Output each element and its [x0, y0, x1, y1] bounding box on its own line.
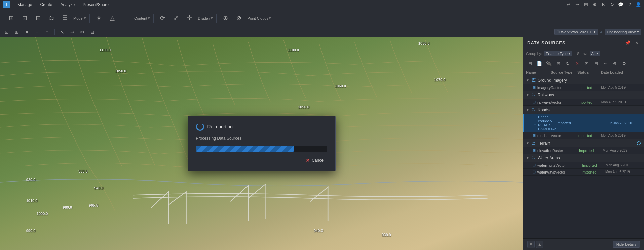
table-btn[interactable]: ⊟	[32, 14, 44, 23]
model-dropdown[interactable]: Model ▾	[72, 15, 87, 21]
scroll-down-btn[interactable]: ▼	[527, 241, 535, 248]
group-roads[interactable]: ▼ 🗂 Roads	[523, 106, 644, 114]
view-tool-4[interactable]: ↔	[33, 28, 41, 36]
roads-source-type: Vector	[551, 134, 577, 138]
elev-1050-b: 1050.0	[298, 105, 309, 109]
roads-label: Roads	[538, 107, 641, 112]
viewport-bg: 1100.0 1050.0 1060.0 1070.0 1050.0 1040.…	[0, 37, 523, 250]
add-file-btn[interactable]: 📄	[535, 59, 543, 67]
pan-tool[interactable]: ⊟	[88, 28, 97, 36]
redo-icon[interactable]: ↪	[574, 2, 580, 8]
analysis-btn1[interactable]: ⊕	[219, 14, 232, 23]
display-btn2[interactable]: △	[106, 14, 119, 23]
view-bar-right: ⊞ Workflows_2021_0 ▾ A Engineering View …	[554, 29, 641, 35]
help-icon[interactable]: ?	[627, 2, 633, 8]
connect-btn[interactable]: 🔌	[545, 59, 553, 67]
user-avatar[interactable]: 👤	[635, 2, 641, 8]
display-btn1[interactable]: ◈	[92, 14, 105, 23]
hide-details-button[interactable]: Hide Details	[613, 241, 640, 248]
analysis-icon2: ⊘	[236, 15, 241, 21]
show-selector[interactable]: All ▾	[590, 51, 600, 56]
remove-btn[interactable]: ✕	[573, 59, 581, 67]
model-button[interactable]: ⊞	[5, 14, 17, 23]
undo-icon[interactable]: ↩	[565, 2, 571, 8]
list-item[interactable]: ⊟ roads Vector Imported Mon Aug 5 2019	[523, 132, 644, 139]
panel-pin-icon[interactable]: 📌	[623, 40, 632, 46]
view-tool-1[interactable]: ⊡	[3, 28, 11, 36]
view-tool-2[interactable]: ⊞	[13, 28, 21, 36]
engineering-selector[interactable]: Engineering View ▾	[605, 29, 641, 35]
col-date: Date Loaded	[601, 70, 641, 74]
layers-btn[interactable]: 🗂	[45, 14, 58, 23]
settings-icon[interactable]: ⚙	[592, 2, 598, 8]
model-dropdown-arrow: ▾	[84, 16, 86, 20]
panel-icon-toolbar: ⊞ 📄 🔌 ⊟ ↻ ✕ ⊡ ⊟ ✏ ⊕ ⚙	[523, 58, 644, 69]
analysis-btn2[interactable]: ⊘	[233, 14, 245, 23]
group-terrain[interactable]: ▼ 🗂 Terrain	[523, 139, 644, 147]
menu-manage[interactable]: Manage	[13, 2, 36, 8]
list-item[interactable]: ⊟ railways Vector Imported Mon Aug 5 201…	[523, 99, 644, 106]
imagery-date: Mon Aug 5 2019	[601, 86, 641, 89]
dialog-subtitle: Processing Data Sources	[196, 136, 327, 141]
watermults-status: Imported	[582, 163, 606, 167]
panel-close-icon[interactable]: ✕	[634, 40, 640, 46]
elev-1050-a: 1050.0	[115, 69, 126, 73]
cut-tool[interactable]: ✂	[78, 28, 86, 36]
view-tool-5[interactable]: ↕	[43, 28, 51, 36]
cancel-button[interactable]: ✕ Cancel	[303, 156, 327, 164]
refresh-icon[interactable]: ↻	[609, 2, 615, 8]
menu-present-share[interactable]: Present/Share	[79, 2, 113, 8]
display-icon3: ≡	[124, 15, 128, 21]
panel-footer: ▼ ▲ Hide Details	[523, 238, 644, 250]
display-btn3[interactable]: ≡	[119, 14, 132, 23]
imagery-source-type: Raster	[551, 86, 577, 90]
reimport-dialog: Reimporting... Processing Data Sources ✕…	[188, 116, 336, 171]
bold-icon[interactable]: B	[600, 2, 606, 8]
list-btn[interactable]: ☰	[59, 14, 71, 23]
edit-btn[interactable]: ✏	[601, 59, 609, 67]
export-btn[interactable]: ⊡	[582, 59, 591, 67]
group-ground-imagery[interactable]: ▼ 🖼 Ground Imagery	[523, 76, 644, 84]
chat-icon[interactable]: 💬	[618, 2, 624, 8]
config-btn[interactable]: ⚙	[620, 59, 628, 67]
cursor-tool[interactable]: ↖	[58, 28, 66, 36]
display-dropdown[interactable]: Display ▾	[197, 15, 214, 21]
rotate-btn[interactable]: ⟳	[156, 14, 169, 23]
menu-analyze[interactable]: Analyze	[56, 2, 79, 8]
viewport[interactable]: 1100.0 1050.0 1060.0 1070.0 1050.0 1040.…	[0, 37, 523, 250]
view-tool-3[interactable]: ✕	[23, 28, 31, 36]
view-btn[interactable]: ⊡	[18, 14, 31, 23]
column-headers: Name Source Type Status Date Loaded	[523, 69, 644, 76]
row-bridge-name: ⊡ Bridge corridor-ROADS Civi3DDwg	[533, 115, 556, 131]
show-filter: Show: All ▾	[577, 51, 600, 56]
add-source-btn[interactable]: ⊞	[526, 59, 534, 67]
properties-btn[interactable]: ⊕	[611, 59, 619, 67]
group-by-selector[interactable]: Feature Type ▾	[544, 51, 572, 56]
workflow-selector[interactable]: ⊞ Workflows_2021_0 ▾	[554, 29, 598, 35]
move-btn[interactable]: ✛	[183, 14, 196, 23]
content-dropdown[interactable]: Content ▾	[133, 15, 151, 21]
import-btn[interactable]: ⊟	[592, 59, 600, 67]
add-service-btn[interactable]: ⊟	[554, 59, 562, 67]
group-water-areas[interactable]: ▼ 🗂 Water Areas	[523, 154, 644, 162]
terrain-label: Terrain	[538, 141, 641, 146]
grid-icon[interactable]: ⊞	[583, 2, 589, 8]
scroll-up-btn[interactable]: ▲	[536, 241, 543, 248]
list-item[interactable]: ⊞ imagery Raster Imported Mon Aug 5 2019	[523, 84, 644, 91]
list-item[interactable]: ⊡ Bridge corridor-ROADS Civi3DDwg Import…	[523, 114, 644, 132]
group-railways[interactable]: ▼ 🗂 Railways	[523, 91, 644, 99]
elev-1100-b: 1100.0	[288, 48, 299, 52]
refresh-btn[interactable]: ↻	[564, 59, 572, 67]
menu-create[interactable]: Create	[36, 2, 56, 8]
elev-940-b: 940.0	[314, 229, 323, 233]
elev-930-b: 930.0	[382, 233, 391, 237]
model-label: Model	[73, 16, 83, 20]
list-item[interactable]: ⊞ elevation Raster Imported Mon Aug 5 20…	[523, 147, 644, 154]
list-item[interactable]: ⊟ waterways Vector Imported Mon Aug 5 20…	[523, 169, 644, 176]
vector-icon-waterways: ⊟	[533, 170, 536, 174]
pointclouds-dropdown[interactable]: Point Clouds ▾	[246, 15, 272, 21]
vector-icon-watermults: ⊟	[533, 163, 536, 167]
list-item[interactable]: ⊟ watermults Vector Imported Mon Aug 5 2…	[523, 162, 644, 169]
scale-btn[interactable]: ⤢	[170, 14, 183, 23]
select-tool[interactable]: ⊸	[68, 28, 76, 36]
